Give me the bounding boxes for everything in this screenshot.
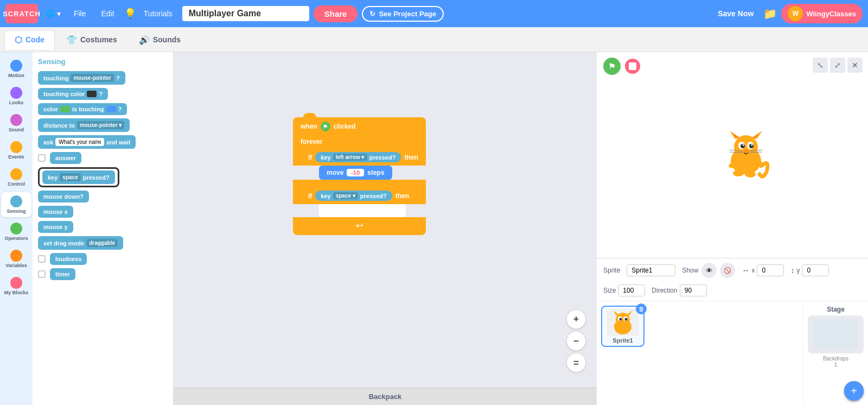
mouse-y-block[interactable]: mouse y	[38, 221, 73, 233]
see-project-button[interactable]: ↻ See Project Page	[362, 6, 444, 22]
stage-right-panel: Stage Backdrops 1 +	[803, 301, 868, 405]
unfull-screen-btn[interactable]: ⤡	[813, 58, 828, 73]
full-screen-btn[interactable]: ⤢	[830, 58, 845, 73]
show-eye-btn[interactable]: 👁	[701, 263, 717, 278]
sprite-name-input[interactable]	[627, 264, 675, 276]
file-menu[interactable]: File	[68, 6, 92, 21]
key-dropdown[interactable]: space	[60, 173, 80, 181]
touching-color-block[interactable]: touching color ?	[38, 88, 108, 100]
red-stop-btn[interactable]	[625, 59, 640, 74]
category-operators[interactable]: Operators	[1, 219, 31, 244]
touching-dropdown[interactable]: mouse-pointer	[71, 74, 113, 82]
forever-block[interactable]: forever	[293, 135, 426, 149]
top-nav: SCRATCH 🌐 ▾ File Edit 💡 Tutorials Share …	[0, 0, 868, 27]
answer-checkbox-row: answer	[38, 152, 168, 164]
tab-costumes[interactable]: 👕 Costumes	[56, 30, 127, 49]
color-swatch-green	[60, 106, 70, 112]
timer-checkbox-row: timer	[38, 268, 168, 280]
zoom-out-btn[interactable]: −	[566, 331, 586, 351]
ask-input[interactable]	[55, 138, 104, 146]
space-dropdown[interactable]: space ▾	[333, 192, 358, 199]
mouse-down-block[interactable]: mouse down?	[38, 191, 89, 202]
color-swatch-dark[interactable]	[87, 91, 97, 97]
zoom-controls: + − =	[566, 309, 586, 372]
scratch-logo[interactable]: SCRATCH	[5, 4, 38, 23]
variables-label: Variables	[5, 263, 27, 268]
tutorials-label[interactable]: Tutorials	[138, 6, 178, 21]
canvas-script-group: when ⚑ clicked forever if key left arrow…	[293, 117, 426, 235]
category-looks[interactable]: Looks	[1, 84, 31, 109]
touching-block[interactable]: touching mouse-pointer ?	[38, 71, 125, 85]
sprite-item-1[interactable]: 🗑 Sprite1	[601, 306, 644, 347]
key-pressed-block[interactable]: key space pressed?	[42, 170, 115, 184]
tab-sounds[interactable]: 🔊 Sounds	[129, 30, 191, 49]
distance-dropdown[interactable]: mouse-pointer ▾	[77, 121, 124, 129]
condition-left-arrow[interactable]: key left arrow ▾ pressed?	[315, 152, 401, 162]
stage-view[interactable]: ⚑ ⤡ ⤢ ✕	[597, 52, 868, 258]
condition-space[interactable]: key space ▾ pressed?	[315, 191, 392, 201]
zoom-in-btn[interactable]: +	[566, 309, 586, 329]
category-sound[interactable]: Sound	[1, 111, 31, 136]
move-block[interactable]: move -10 steps	[319, 166, 392, 180]
timer-block[interactable]: timer	[50, 268, 75, 280]
hide-btn[interactable]: 🚫	[720, 263, 735, 278]
zoom-fit-btn[interactable]: =	[566, 353, 586, 372]
svg-point-27	[620, 318, 622, 321]
direction-input[interactable]	[680, 284, 707, 296]
category-motion[interactable]: Motion	[1, 56, 31, 81]
script-area[interactable]: when ⚑ clicked forever if key left arrow…	[174, 52, 597, 405]
color-touching-block[interactable]: color is touching ?	[38, 103, 127, 115]
events-label: Events	[8, 154, 24, 160]
sprite-info-bar: Sprite Show 👁 🚫 ↔ x ↕ y Size	[597, 258, 868, 301]
cat-svg	[719, 128, 773, 182]
category-control[interactable]: Control	[1, 165, 31, 190]
ask-block[interactable]: ask and wait	[38, 135, 136, 149]
left-arrow-dropdown[interactable]: left arrow ▾	[333, 154, 367, 161]
svg-point-1	[734, 135, 758, 159]
backpack-bar[interactable]: Backpack	[174, 388, 597, 405]
operators-dot	[10, 223, 22, 235]
category-variables[interactable]: Variables	[1, 246, 31, 271]
answer-checkbox[interactable]	[38, 154, 46, 162]
stage-backdrop[interactable]	[808, 315, 864, 353]
project-title-input[interactable]	[182, 6, 309, 21]
refresh-icon: ↻	[369, 10, 375, 18]
add-backdrop-btn[interactable]: +	[844, 381, 864, 401]
globe-language[interactable]: 🌐 ▾	[42, 7, 64, 20]
steps-input[interactable]: -10	[347, 169, 364, 176]
category-myblocks[interactable]: My Blocks	[1, 274, 31, 299]
costumes-icon: 👕	[66, 35, 77, 45]
category-sensing[interactable]: Sensing	[1, 192, 31, 217]
svg-point-12	[744, 149, 748, 153]
timer-checkbox[interactable]	[38, 270, 46, 278]
edit-menu[interactable]: Edit	[95, 6, 119, 21]
category-events[interactable]: Events	[1, 138, 31, 163]
distance-to-block[interactable]: distance to mouse-pointer ▾	[38, 118, 130, 132]
share-button[interactable]: Share	[314, 5, 358, 22]
if-block-left[interactable]: if key left arrow ▾ pressed? then	[293, 149, 426, 166]
tab-code[interactable]: ⬡ Code	[4, 30, 55, 49]
user-badge[interactable]: W WiingyClasses	[781, 4, 863, 23]
folder-icon[interactable]: 📁	[763, 7, 777, 20]
hat-block[interactable]: when ⚑ clicked	[293, 117, 426, 135]
svg-point-19	[733, 170, 744, 176]
size-input[interactable]	[618, 284, 645, 296]
y-input[interactable]	[802, 264, 829, 276]
save-now-button[interactable]: Save Now	[712, 6, 759, 21]
if-block-space[interactable]: if key space ▾ pressed? then	[293, 187, 426, 204]
flag-green: ⚑	[321, 122, 330, 131]
code-icon: ⬡	[15, 35, 22, 45]
loudness-block[interactable]: loudness	[50, 253, 87, 265]
answer-block[interactable]: answer	[50, 152, 81, 164]
green-flag-btn[interactable]: ⚑	[603, 58, 621, 75]
svg-point-11	[751, 144, 753, 145]
x-input[interactable]	[757, 264, 784, 276]
tutorials-btn[interactable]: 💡 Tutorials	[124, 6, 178, 21]
drag-dropdown[interactable]: draggable	[86, 239, 118, 247]
mouse-x-block[interactable]: mouse x	[38, 206, 73, 218]
sprite-delete-btn[interactable]: 🗑	[636, 303, 647, 314]
close-stage-btn[interactable]: ✕	[847, 58, 863, 73]
loudness-checkbox[interactable]	[38, 255, 46, 263]
myblocks-dot	[10, 277, 22, 289]
drag-mode-block[interactable]: set drag mode draggable	[38, 236, 123, 250]
